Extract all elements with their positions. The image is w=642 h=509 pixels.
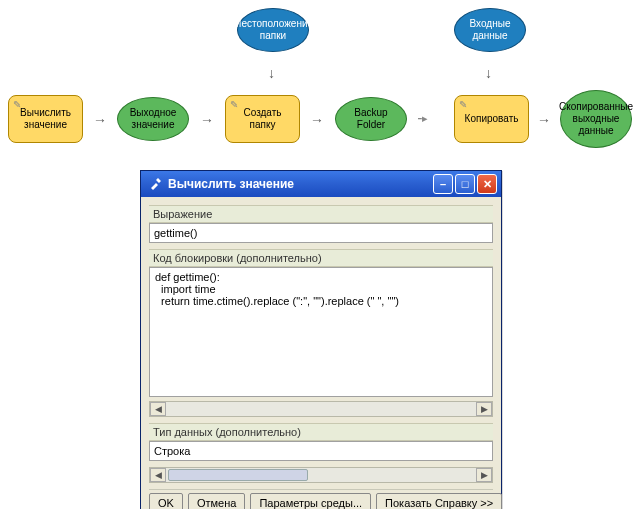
arrow-down-icon: ↓ (268, 66, 275, 80)
node-create-folder[interactable]: ✎ Создать папку (225, 95, 300, 143)
label-expression: Выражение (149, 205, 493, 223)
expression-input[interactable] (149, 223, 493, 243)
node-label: Выходное значение (122, 107, 184, 131)
label-datatype: Тип данных (дополнительно) (149, 423, 493, 441)
node-label: Входные данные (459, 18, 521, 42)
close-button[interactable]: ✕ (477, 174, 497, 194)
button-row: OK Отмена Параметры среды... Показать Сп… (149, 489, 493, 509)
node-output-value[interactable]: Выходное значение (117, 97, 189, 141)
dialog-calculate-value: Вычислить значение – □ ✕ Выражение Код б… (140, 170, 502, 509)
scroll-right-icon[interactable]: ▶ (476, 468, 492, 482)
ok-button[interactable]: OK (149, 493, 183, 509)
arrow-down-icon: ↓ (485, 66, 492, 80)
node-copy[interactable]: ✎ Копировать (454, 95, 529, 143)
window-title: Вычислить значение (168, 177, 433, 191)
minimize-button[interactable]: – (433, 174, 453, 194)
node-backup-folder[interactable]: Backup Folder (335, 97, 407, 141)
node-label: Создать папку (230, 107, 295, 131)
environments-button[interactable]: Параметры среды... (250, 493, 371, 509)
dialog-body: Выражение Код блокировки (дополнительно)… (141, 197, 501, 509)
node-copied-output[interactable]: Скопированные выходные данные (560, 90, 632, 148)
scroll-left-icon[interactable]: ◀ (150, 468, 166, 482)
hammer-icon: ✎ (459, 99, 467, 111)
scrollbar-thumb[interactable] (168, 469, 308, 481)
node-compute-value[interactable]: ✎ Вычислить значение (8, 95, 83, 143)
node-label: Местоположение папки (233, 18, 313, 42)
node-label: Копировать (465, 113, 519, 125)
codeblock-textarea[interactable] (149, 267, 493, 397)
scroll-left-icon[interactable]: ◀ (150, 402, 166, 416)
connector-dotted-icon: ·····▸ (417, 113, 426, 124)
show-help-button[interactable]: Показать Справку >> (376, 493, 502, 509)
arrow-right-icon: → (93, 113, 107, 127)
cancel-button[interactable]: Отмена (188, 493, 245, 509)
arrow-right-icon: → (200, 113, 214, 127)
node-label: Скопированные выходные данные (559, 101, 633, 137)
node-input-data[interactable]: Входные данные (454, 8, 526, 52)
arrow-right-icon: → (537, 113, 551, 127)
node-label: Backup Folder (340, 107, 402, 131)
scroll-right-icon[interactable]: ▶ (476, 402, 492, 416)
model-diagram: ✎ Вычислить значение → Выходное значение… (0, 0, 642, 165)
arrow-right-icon: → (310, 113, 324, 127)
node-label: Вычислить значение (13, 107, 78, 131)
dialog-hscrollbar[interactable]: ◀ ▶ (149, 467, 493, 483)
maximize-button[interactable]: □ (455, 174, 475, 194)
label-codeblock: Код блокировки (дополнительно) (149, 249, 493, 267)
datatype-input[interactable] (149, 441, 493, 461)
node-folder-location[interactable]: Местоположение папки (237, 8, 309, 52)
titlebar[interactable]: Вычислить значение – □ ✕ (141, 171, 501, 197)
hammer-icon (147, 176, 163, 192)
codeblock-hscrollbar[interactable]: ◀ ▶ (149, 401, 493, 417)
